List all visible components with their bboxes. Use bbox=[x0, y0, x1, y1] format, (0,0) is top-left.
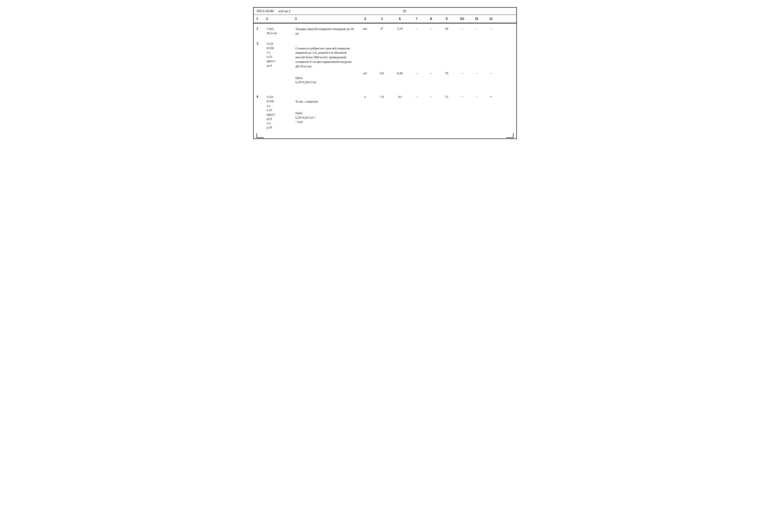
col-header-5: 5 bbox=[374, 16, 390, 22]
row2-col6: 3,79 bbox=[390, 26, 409, 36]
row4-col11: – bbox=[469, 94, 484, 130]
row2-code: 7-455 39-3-I.8 bbox=[266, 26, 294, 36]
bottom-border bbox=[254, 131, 516, 138]
row3-price-note: Цена: 6,29+0,20х3+I,6 bbox=[295, 76, 356, 85]
col-header-6: 6 bbox=[390, 16, 409, 22]
row3-num: 3 bbox=[254, 41, 266, 90]
row2-col10: – bbox=[455, 26, 469, 36]
row2-col8: – bbox=[424, 26, 438, 36]
column-headers: I 2 3 4 5 6 7 8 9 IO II I2 bbox=[254, 15, 516, 23]
row4-col10: – bbox=[455, 94, 469, 130]
row3-unit: м2 bbox=[357, 71, 374, 90]
page-wrapper: 503-I-50.86 ал5 кн.1 95 I 2 3 4 5 6 7 8 … bbox=[253, 7, 517, 139]
row2-col7: – bbox=[409, 26, 424, 36]
row2-col9: 59 bbox=[438, 26, 455, 36]
row4-desc: То же, с вырезом Цена: 6,29+0,20+I,6 + +… bbox=[294, 94, 357, 130]
col-header-7: 7 bbox=[409, 16, 424, 22]
header-row: 503-I-50.86 ал5 кн.1 95 bbox=[254, 8, 516, 15]
col-header-12: I2 bbox=[484, 16, 498, 22]
row2-col11: – bbox=[469, 26, 484, 36]
row3-col6: 8,49 bbox=[390, 71, 409, 90]
col-header-9: 9 bbox=[438, 16, 455, 22]
row4-col9: 72 bbox=[438, 94, 455, 130]
row4-unit: • bbox=[357, 94, 374, 130]
col-header-11: II bbox=[469, 16, 484, 22]
row3-desc-text: Стоимость ребристых панелей покрытия шир… bbox=[295, 46, 356, 69]
col-header-10: IO bbox=[455, 16, 469, 22]
row4-col8: – bbox=[424, 94, 438, 130]
header-ref: 503-I-50.86 bbox=[257, 9, 274, 13]
row3-col5: 9,0 bbox=[374, 71, 390, 90]
row2-unit: шт. bbox=[357, 26, 374, 36]
row4-col12: ≈ bbox=[484, 94, 498, 130]
row4-num: 4 bbox=[254, 94, 266, 130]
col-header-1: I bbox=[254, 16, 266, 22]
row4-price-note: Цена: 6,29+0,20+I,6 + + 0,6I bbox=[295, 111, 356, 125]
col-header-8: 8 bbox=[424, 16, 438, 22]
row4-col6: 9,I bbox=[390, 94, 409, 130]
row4-desc-text: То же, с вырезом bbox=[295, 99, 356, 104]
row4-col5: 7,9 bbox=[374, 94, 390, 130]
row3-col8: – bbox=[424, 71, 438, 90]
row3-col12: – bbox=[484, 71, 498, 90]
row3-col10: – bbox=[455, 71, 469, 90]
header-subtitle: ал5 кн.1 bbox=[278, 9, 291, 13]
table-row: 2 7-455 39-3-I.8 Укладка панелей покрыти… bbox=[254, 23, 516, 37]
col-header-4: 4 bbox=[357, 16, 374, 22]
table-row: 4 ССП II-I56 т.ч. п.25 прил.I гр.9 т.ч. … bbox=[254, 91, 516, 131]
col-header-2: 2 bbox=[266, 16, 294, 22]
row3-col7: – bbox=[409, 71, 424, 90]
col-header-3: 3 bbox=[294, 16, 357, 22]
row3-col11: – bbox=[469, 71, 484, 90]
row2-desc: Укладка панелей покрытия площадью до 20 … bbox=[294, 26, 357, 36]
row2-col12: – bbox=[484, 26, 498, 36]
table-row: 3 ССП II-I56 т.ч. п.25 прил.I гр.9 Стоим… bbox=[254, 37, 516, 91]
row4-col7: – bbox=[409, 94, 424, 130]
row3-desc: Стоимость ребристых панелей покрытия шир… bbox=[294, 41, 357, 90]
row2-num: 2 bbox=[254, 26, 266, 36]
header-page: 95 bbox=[295, 9, 513, 13]
row3-code: ССП II-I56 т.ч. п.25 прил.I гр.9 bbox=[266, 41, 294, 90]
bottom-right-bracket bbox=[506, 133, 513, 138]
row4-code: ССП II-I56 т.ч. п.25 прил.I гр.9 т.ч. р.… bbox=[266, 94, 294, 130]
row2-col5: I7 bbox=[374, 26, 390, 36]
row3-col9: 76 bbox=[438, 71, 455, 90]
data-rows: 2 7-455 39-3-I.8 Укладка панелей покрыти… bbox=[254, 23, 516, 131]
bottom-left-bracket bbox=[257, 133, 264, 138]
